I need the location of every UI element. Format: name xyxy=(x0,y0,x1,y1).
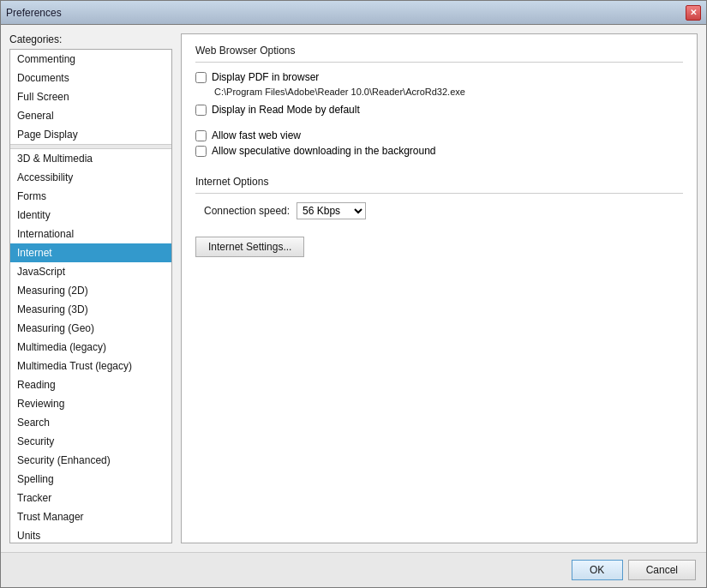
categories-label: Categories: xyxy=(9,33,172,45)
sidebar-item-units[interactable]: Units xyxy=(10,526,171,543)
allow-fast-row: Allow fast web view xyxy=(195,129,683,141)
connection-speed-select[interactable]: 14.4 Kbps 28.8 Kbps 56 Kbps 128 Kbps 256… xyxy=(297,202,366,219)
ok-button[interactable]: OK xyxy=(572,560,623,580)
sidebar-item-measuring-geo[interactable]: Measuring (Geo) xyxy=(10,319,171,338)
section-divider-2 xyxy=(195,193,683,194)
internet-options-title: Internet Options xyxy=(195,176,683,188)
sidebar-item-forms[interactable]: Forms xyxy=(10,187,171,206)
title-bar: Preferences ✕ xyxy=(1,1,706,25)
bottom-bar: OK Cancel xyxy=(1,552,706,587)
display-read-mode-label: Display in Read Mode by default xyxy=(212,104,360,116)
allow-fast-label: Allow fast web view xyxy=(212,129,301,141)
sidebar-item-measuring-2d[interactable]: Measuring (2D) xyxy=(10,281,171,300)
window-title: Preferences xyxy=(6,7,62,19)
sidebar-item-security[interactable]: Security xyxy=(10,432,171,451)
close-button[interactable]: ✕ xyxy=(686,5,701,21)
internet-options-section: Internet Options Connection speed: 14.4 … xyxy=(195,176,683,257)
connection-speed-row: Connection speed: 14.4 Kbps 28.8 Kbps 56… xyxy=(204,202,683,219)
allow-speculative-checkbox[interactable] xyxy=(195,146,207,157)
sidebar-item-identity[interactable]: Identity xyxy=(10,206,171,225)
sidebar-item-accessibility[interactable]: Accessibility xyxy=(10,168,171,187)
allow-speculative-label: Allow speculative downloading in the bac… xyxy=(212,145,436,157)
sidebar-item-javascript[interactable]: JavaScript xyxy=(10,262,171,281)
sidebar-item-spelling[interactable]: Spelling xyxy=(10,470,171,489)
allow-fast-checkbox[interactable] xyxy=(195,130,207,141)
web-browser-section-title: Web Browser Options xyxy=(195,45,683,57)
sidebar-item-3d-multimedia[interactable]: 3D & Multimedia xyxy=(10,149,171,168)
allow-speculative-row: Allow speculative downloading in the bac… xyxy=(195,145,683,157)
sidebar-item-measuring-3d[interactable]: Measuring (3D) xyxy=(10,300,171,319)
sidebar-item-internet[interactable]: Internet xyxy=(10,243,171,262)
sidebar-item-reviewing[interactable]: Reviewing xyxy=(10,394,171,413)
display-read-mode-row: Display in Read Mode by default xyxy=(195,104,683,116)
preferences-dialog: Preferences ✕ Categories: Commenting Doc… xyxy=(0,0,707,588)
sidebar-item-general[interactable]: General xyxy=(10,106,171,125)
dialog-content: Categories: Commenting Documents Full Sc… xyxy=(1,25,706,552)
sidebar-item-multimedia-trust-legacy[interactable]: Multimedia Trust (legacy) xyxy=(10,357,171,375)
sidebar-item-international[interactable]: International xyxy=(10,225,171,243)
connection-speed-label: Connection speed: xyxy=(204,205,290,217)
sidebar-item-tracker[interactable]: Tracker xyxy=(10,489,171,507)
display-pdf-label: Display PDF in browser xyxy=(212,71,319,83)
categories-list: Commenting Documents Full Screen General… xyxy=(9,49,172,543)
display-read-mode-checkbox[interactable] xyxy=(195,105,207,116)
display-pdf-row: Display PDF in browser xyxy=(195,71,683,83)
sidebar-item-reading[interactable]: Reading xyxy=(10,375,171,394)
display-pdf-checkbox[interactable] xyxy=(195,72,207,83)
section-divider-1 xyxy=(195,62,683,63)
acro-path-text: C:\Program Files\Adobe\Reader 10.0\Reade… xyxy=(214,87,683,97)
sidebar-item-documents[interactable]: Documents xyxy=(10,69,171,87)
cancel-button[interactable]: Cancel xyxy=(628,560,696,580)
left-panel: Categories: Commenting Documents Full Sc… xyxy=(9,33,172,543)
sidebar-item-full-screen[interactable]: Full Screen xyxy=(10,87,171,106)
sidebar-item-page-display[interactable]: Page Display xyxy=(10,125,171,144)
web-browser-section: Web Browser Options Display PDF in brows… xyxy=(195,45,683,160)
sidebar-item-multimedia-legacy[interactable]: Multimedia (legacy) xyxy=(10,338,171,357)
spacer xyxy=(195,266,683,532)
sidebar-item-commenting[interactable]: Commenting xyxy=(10,50,171,69)
right-panel: Web Browser Options Display PDF in brows… xyxy=(181,33,698,543)
sidebar-item-trust-manager[interactable]: Trust Manager xyxy=(10,507,171,526)
internet-settings-button[interactable]: Internet Settings... xyxy=(195,237,304,257)
sidebar-item-security-enhanced[interactable]: Security (Enhanced) xyxy=(10,451,171,470)
sidebar-item-search[interactable]: Search xyxy=(10,413,171,432)
